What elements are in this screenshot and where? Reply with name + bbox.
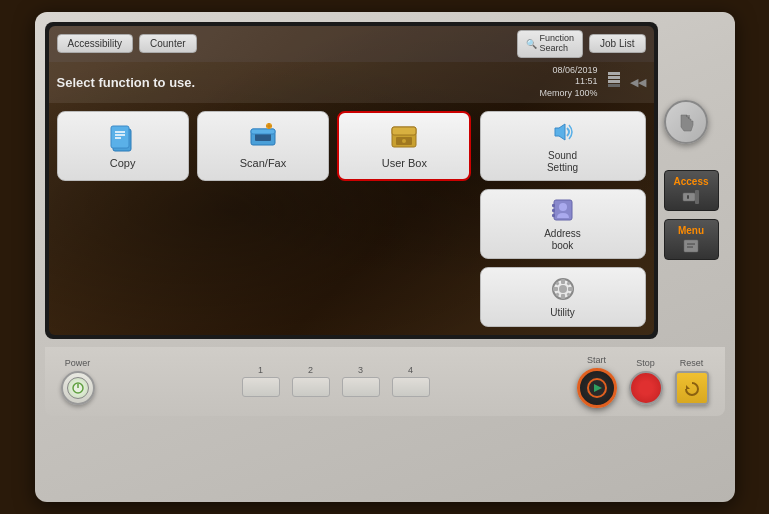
svg-rect-23: [561, 279, 565, 284]
screen-wrapper: Accessibility Counter 🔍 FunctionSearch J…: [45, 22, 658, 339]
utility-label: Utility: [550, 307, 574, 319]
scanfax-icon: [247, 121, 279, 153]
svg-rect-35: [687, 195, 689, 199]
copy-label: Copy: [110, 157, 136, 170]
accessibility-button[interactable]: Accessibility: [57, 34, 133, 53]
userbox-icon: [388, 121, 420, 153]
svg-rect-12: [392, 127, 416, 135]
svg-rect-36: [684, 240, 698, 252]
select-function-text: Select function to use.: [57, 75, 532, 90]
menu-icon: [682, 238, 700, 254]
num4-button[interactable]: [392, 377, 430, 397]
svg-rect-34: [695, 190, 699, 204]
svg-point-17: [559, 203, 567, 211]
num1-label: 1: [258, 365, 263, 375]
num2-label: 2: [308, 365, 313, 375]
svg-point-14: [402, 139, 406, 143]
right-side-buttons: Access Menu: [658, 22, 725, 339]
power-label: Power: [65, 358, 91, 368]
start-button[interactable]: [577, 368, 617, 408]
svg-rect-19: [552, 209, 555, 212]
counter-button[interactable]: Counter: [139, 34, 197, 53]
num2-button[interactable]: [292, 377, 330, 397]
job-list-button[interactable]: Job List: [589, 34, 645, 53]
num3-label: 3: [358, 365, 363, 375]
num4-group: 4: [392, 365, 430, 397]
access-button[interactable]: Access: [664, 170, 719, 211]
screen-panel: Accessibility Counter 🔍 FunctionSearch J…: [45, 22, 658, 339]
copier-body: Accessibility Counter 🔍 FunctionSearch J…: [35, 12, 735, 502]
screen-row: Accessibility Counter 🔍 FunctionSearch J…: [45, 22, 725, 339]
reset-section: Reset: [675, 358, 709, 405]
back-arrow-icon: ◀◀: [630, 76, 646, 89]
menu-button[interactable]: Menu: [664, 219, 719, 260]
copy-button[interactable]: Copy: [57, 111, 189, 181]
address-icon: [549, 196, 577, 224]
svg-rect-25: [553, 287, 558, 291]
address-label: Addressbook: [544, 228, 581, 252]
function-search-button[interactable]: 🔍 FunctionSearch: [517, 30, 584, 58]
num4-label: 4: [408, 365, 413, 375]
svg-rect-24: [561, 294, 565, 299]
left-functions: Copy: [57, 111, 472, 327]
touch-panel-icon[interactable]: [664, 100, 708, 144]
svg-marker-42: [594, 384, 602, 392]
top-bar: Accessibility Counter 🔍 FunctionSearch J…: [49, 26, 654, 62]
svg-rect-18: [552, 204, 555, 207]
hand-icon: [671, 107, 701, 137]
userbox-button[interactable]: User Box: [337, 111, 471, 181]
functions-area: Copy: [49, 103, 654, 335]
start-section: Start: [577, 355, 617, 408]
svg-rect-1: [111, 126, 129, 148]
power-icon: [71, 381, 85, 395]
search-icon: 🔍: [526, 39, 537, 49]
reset-label: Reset: [680, 358, 704, 368]
stop-button[interactable]: [629, 371, 663, 405]
date-display: 08/06/2019: [552, 65, 597, 77]
copy-icon: [107, 121, 139, 153]
right-functions: SoundSetting: [480, 111, 646, 327]
sound-label: SoundSetting: [547, 150, 578, 174]
power-indicator: [67, 377, 89, 399]
reset-icon: [682, 380, 702, 396]
sound-icon: [549, 118, 577, 146]
menu-label: Menu: [673, 225, 710, 236]
svg-rect-26: [568, 287, 573, 291]
start-icon: [586, 377, 608, 399]
sound-setting-button[interactable]: SoundSetting: [480, 111, 646, 181]
screen-display: Accessibility Counter 🔍 FunctionSearch J…: [49, 26, 654, 335]
power-button[interactable]: [61, 371, 95, 405]
stop-section: Stop: [629, 358, 663, 405]
num2-group: 2: [292, 365, 330, 397]
utility-button[interactable]: Utility: [480, 267, 646, 327]
num1-group: 1: [242, 365, 280, 397]
access-icon: [681, 189, 701, 205]
number-buttons-group: 1 2 3 4: [107, 365, 565, 397]
svg-marker-15: [555, 124, 565, 140]
stop-label: Stop: [636, 358, 655, 368]
reset-button[interactable]: [675, 371, 709, 405]
start-label: Start: [587, 355, 606, 365]
control-panel: Power 1 2 3: [45, 347, 725, 416]
memory-icon: [606, 72, 622, 92]
memory-display: Memory 100%: [539, 88, 597, 100]
svg-rect-7: [251, 129, 275, 134]
power-section: Power: [61, 358, 95, 405]
utility-icon: [549, 275, 577, 303]
time-display: 11:51: [575, 76, 598, 88]
info-bar: Select function to use. 08/06/2019 11:51…: [49, 62, 654, 103]
svg-rect-20: [552, 214, 555, 217]
scanfax-label: Scan/Fax: [240, 157, 286, 170]
num3-group: 3: [342, 365, 380, 397]
num1-button[interactable]: [242, 377, 280, 397]
num3-button[interactable]: [342, 377, 380, 397]
access-label: Access: [673, 176, 710, 187]
svg-point-22: [559, 285, 567, 293]
scanfax-button[interactable]: Scan/Fax: [197, 111, 329, 181]
svg-marker-43: [686, 385, 690, 389]
address-book-button[interactable]: Addressbook: [480, 189, 646, 259]
userbox-label: User Box: [382, 157, 427, 170]
